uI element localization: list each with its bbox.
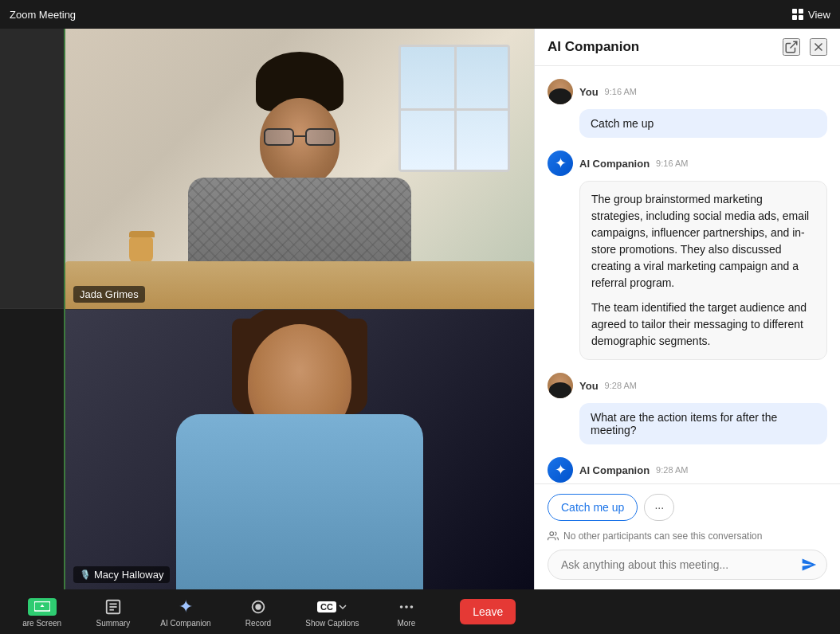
svg-point-3 (550, 532, 554, 536)
show-captions-label: Show Captions (305, 619, 359, 628)
time-2: 9:16 AM (656, 158, 688, 168)
ai-companion-toolbar-icon: ✦ (179, 597, 193, 617)
top-bar: Zoom Meeting View (0, 0, 840, 29)
ask-input[interactable] (561, 558, 801, 571)
privacy-notice: No other participants can see this conve… (548, 530, 827, 542)
mic-muted-icon: 🎙️ (80, 569, 91, 580)
ai-avatar-2: ✦ (548, 457, 573, 483)
ai-companion-label: AI Companion (160, 619, 210, 628)
message-group-3: You 9:28 AM What are the action items fo… (548, 373, 827, 444)
name-label-macy: 🎙️ Macy Halloway (73, 566, 170, 583)
thumbnail-bottom[interactable] (0, 309, 64, 589)
svg-point-13 (410, 605, 413, 609)
share-screen-icon (28, 597, 57, 617)
share-screen-item[interactable]: are Screen (18, 597, 66, 628)
ai-panel-header: AI Companion (535, 29, 840, 66)
more-item[interactable]: More (383, 597, 430, 628)
message-bubble-2: The group brainstormed marketing strateg… (579, 181, 827, 360)
record-label: Record (245, 619, 271, 628)
person-macy (160, 335, 439, 589)
view-button[interactable]: View (792, 9, 830, 21)
jada-name: Jada Grimes (80, 288, 139, 300)
grid-icon (792, 9, 803, 20)
message-meta-2: ✦ AI Companion 9:16 AM (548, 151, 827, 176)
ai-companion-panel: AI Companion (534, 29, 840, 589)
ai-star-icon: ✦ (555, 155, 567, 172)
message-group-4: ✦ AI Companion 9:28 AM Yes, here are som… (548, 457, 827, 483)
message-meta-1: You 9:16 AM (548, 79, 827, 104)
more-icon (398, 597, 415, 617)
ask-input-row (548, 550, 827, 580)
sender-you-2: You (579, 380, 599, 392)
more-label: More (397, 619, 415, 628)
video-feed-macy: 🎙️ Macy Halloway (65, 310, 534, 590)
user-avatar-2 (548, 373, 573, 398)
message-meta-4: ✦ AI Companion 9:28 AM (548, 457, 827, 483)
send-button[interactable] (801, 557, 817, 573)
summary-icon (104, 597, 122, 617)
sender-ai-2: AI Companion (579, 464, 650, 476)
video-feeds: Jada Grimes 🎙️ (65, 29, 534, 589)
summary-item[interactable]: Summary (89, 597, 137, 628)
sender-you-1: You (579, 86, 599, 98)
ai-panel-title: AI Companion (548, 39, 639, 55)
sender-ai-1: AI Companion (579, 158, 650, 170)
message-group-2: ✦ AI Companion 9:16 AM The group brainst… (548, 151, 827, 360)
popout-button[interactable] (783, 38, 800, 56)
message-bubble-3: What are the action items for after the … (579, 403, 827, 444)
message-group-1: You 9:16 AM Catch me up (548, 79, 827, 138)
svg-point-11 (400, 605, 403, 609)
summary-label: Summary (96, 619, 131, 628)
show-captions-icon: CC (317, 597, 347, 617)
chat-messages: You 9:16 AM Catch me up ✦ AI Companion 9… (535, 66, 840, 483)
coffee-cup (129, 231, 153, 261)
share-screen-label: are Screen (22, 619, 61, 628)
leave-button[interactable]: Leave (460, 599, 516, 624)
svg-point-12 (405, 605, 408, 609)
record-item[interactable]: Record (234, 597, 282, 628)
macy-name: Macy Halloway (94, 569, 163, 581)
video-area: Jada Grimes 🎙️ (0, 29, 534, 589)
name-label-jada: Jada Grimes (73, 286, 145, 303)
show-captions-item[interactable]: CC Show Captions (305, 597, 359, 628)
message-meta-3: You 9:28 AM (548, 373, 827, 398)
message-bubble-1: Catch me up (579, 109, 827, 138)
ai-star-icon-2: ✦ (555, 461, 567, 479)
quick-actions: Catch me up ··· (548, 494, 827, 521)
time-1: 9:16 AM (605, 87, 637, 96)
svg-point-10 (256, 605, 261, 609)
chat-footer: Catch me up ··· No other participants ca… (535, 483, 840, 589)
bottom-toolbar: are Screen Summary ✦ AI Companion Record (0, 589, 534, 634)
privacy-icon (548, 530, 559, 542)
close-panel-button[interactable] (810, 38, 827, 56)
ai-avatar-1: ✦ (548, 151, 573, 176)
thumbnail-top[interactable] (0, 29, 64, 309)
time-3: 9:28 AM (605, 381, 637, 390)
app-title: Zoom Meeting (10, 9, 792, 21)
view-label: View (808, 9, 830, 21)
main-layout: Jada Grimes 🎙️ (0, 29, 840, 589)
video-feed-jada: Jada Grimes (65, 29, 534, 310)
user-avatar-1 (548, 79, 573, 104)
more-options-button[interactable]: ··· (644, 494, 674, 521)
time-4: 9:28 AM (656, 465, 688, 475)
thumbnail-strip (0, 29, 65, 589)
record-icon (249, 597, 267, 617)
ai-panel-actions (783, 38, 827, 56)
catch-me-up-button[interactable]: Catch me up (548, 494, 638, 521)
ai-companion-item[interactable]: ✦ AI Companion (160, 597, 210, 628)
privacy-text: No other participants can see this conve… (563, 530, 762, 542)
svg-line-0 (791, 41, 797, 48)
